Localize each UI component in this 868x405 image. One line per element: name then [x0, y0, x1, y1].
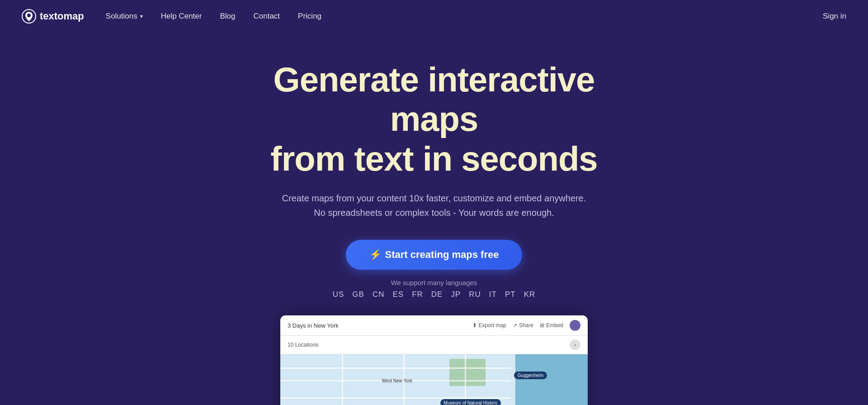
- map-actions: ⬆ Export map ↗ Share ⊞ Embed: [472, 320, 580, 331]
- hero-section: Generate interactive maps from text in s…: [0, 33, 868, 405]
- nav-item-contact[interactable]: Contact: [253, 12, 280, 21]
- nav-item-pricing[interactable]: Pricing: [298, 12, 321, 21]
- lang-jp: JP: [451, 290, 461, 299]
- lang-fr: FR: [412, 290, 423, 299]
- lang-us: US: [333, 290, 344, 299]
- lang-es: ES: [392, 290, 404, 299]
- map-toolbar: 3 Days in New York ⬆ Export map ↗ Share …: [280, 315, 588, 336]
- nav-item-help-center[interactable]: Help Center: [161, 12, 202, 21]
- map-nav-button[interactable]: ‹: [570, 339, 580, 350]
- cta-icon: ⚡: [369, 249, 382, 261]
- hero-subtitle: Create maps from your content 10x faster…: [282, 191, 586, 220]
- export-icon: ⬆: [472, 322, 477, 329]
- pricing-link[interactable]: Pricing: [298, 12, 321, 20]
- location-text-west-ny: West New York: [382, 378, 412, 383]
- natural-history-label: Museum of Natural History: [440, 399, 501, 405]
- embed-button[interactable]: ⊞ Embed: [540, 322, 563, 329]
- nav-links: Solutions ▾ Help Center Blog Contact Pri…: [106, 12, 321, 21]
- export-map-button[interactable]: ⬆ Export map: [472, 322, 506, 329]
- share-icon: ↗: [513, 322, 517, 329]
- logo-link[interactable]: textomap: [22, 9, 84, 24]
- contact-link[interactable]: Contact: [253, 12, 280, 20]
- road-v-1: [342, 354, 343, 405]
- nav-item-solutions[interactable]: Solutions ▾: [106, 12, 143, 21]
- lang-kr: KR: [524, 290, 536, 299]
- cta-button[interactable]: ⚡ Start creating maps free: [346, 240, 523, 270]
- solutions-link[interactable]: Solutions ▾: [106, 12, 143, 21]
- lang-ru: RU: [469, 290, 481, 299]
- hero-subtitle-line2: No spreadsheets or complex tools - Your …: [314, 208, 554, 218]
- logo-text: textomap: [40, 10, 84, 22]
- road-v-3: [465, 354, 466, 405]
- lang-gb: GB: [352, 290, 364, 299]
- share-label: Share: [519, 322, 533, 329]
- map-image: West New York Union City Guggenheim Muse…: [280, 354, 588, 405]
- map-preview: 3 Days in New York ⬆ Export map ↗ Share …: [280, 315, 588, 405]
- lang-pt: PT: [505, 290, 516, 299]
- navbar: textomap Solutions ▾ Help Center Blog Co…: [0, 0, 868, 33]
- embed-icon: ⊞: [540, 322, 544, 329]
- water-area: [515, 354, 588, 405]
- hero-title-line1: Generate interactive maps: [274, 60, 595, 138]
- lang-it: IT: [489, 290, 497, 299]
- hero-subtitle-line1: Create maps from your content 10x faster…: [282, 193, 586, 203]
- hero-title-line2: from text in seconds: [270, 139, 597, 178]
- avatar: [570, 320, 580, 331]
- help-center-link[interactable]: Help Center: [161, 12, 202, 20]
- lang-de: DE: [431, 290, 443, 299]
- road-h-2: [280, 397, 511, 399]
- languages-support-text: We support many languages: [391, 279, 477, 286]
- language-flags: US GB CN ES FR DE JP RU IT PT KR: [333, 290, 536, 299]
- languages-section: We support many languages US GB CN ES FR…: [333, 279, 536, 299]
- nav-item-blog[interactable]: Blog: [220, 12, 235, 21]
- road-h-4: [280, 367, 511, 369]
- cta-text: Start creating maps free: [385, 249, 499, 261]
- chevron-down-icon: ▾: [140, 13, 143, 19]
- lang-cn: CN: [373, 290, 385, 299]
- nav-left: textomap Solutions ▾ Help Center Blog Co…: [22, 9, 321, 24]
- svg-point-1: [27, 14, 31, 17]
- share-button[interactable]: ↗ Share: [513, 322, 533, 329]
- locations-count: 10 Locations: [288, 342, 318, 348]
- map-title: 3 Days in New York: [288, 322, 339, 329]
- guggenheim-label: Guggenheim: [514, 372, 547, 379]
- blog-link[interactable]: Blog: [220, 12, 235, 20]
- park-area-1: [449, 359, 486, 386]
- embed-label: Embed: [546, 322, 563, 329]
- hero-title: Generate interactive maps from text in s…: [231, 60, 637, 178]
- sign-in-button[interactable]: Sign in: [823, 12, 846, 21]
- map-info-bar: 10 Locations ‹: [280, 336, 588, 354]
- export-label: Export map: [479, 322, 506, 329]
- logo-icon: [22, 9, 36, 24]
